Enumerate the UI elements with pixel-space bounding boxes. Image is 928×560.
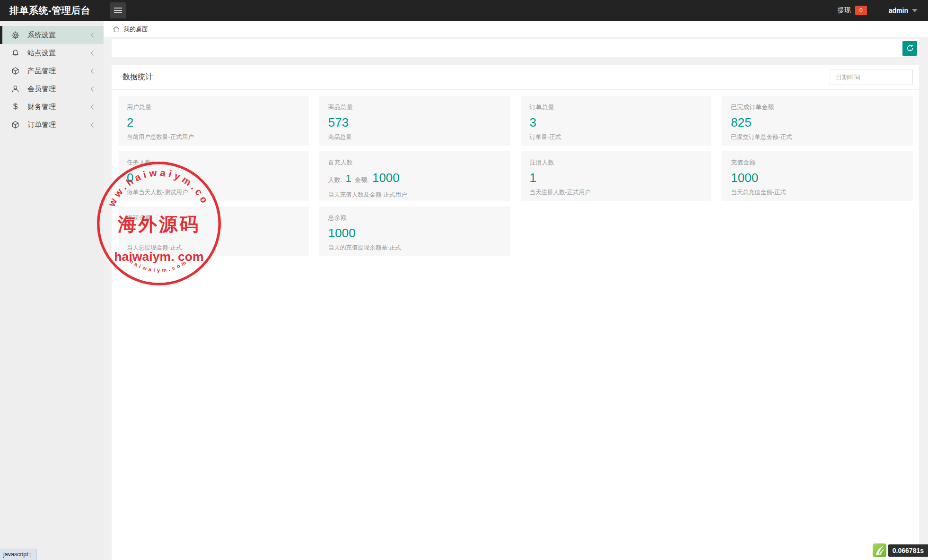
dollar-icon: $ <box>11 103 20 112</box>
card-title: 注册人数 <box>530 158 703 167</box>
sidebar-item-label: 会员管理 <box>27 85 90 94</box>
user-icon <box>11 85 20 94</box>
refresh-button[interactable] <box>902 41 917 56</box>
stat-card-orders-total: 订单总量 3 订单量-正式 <box>521 96 712 146</box>
sidebar-item-label: 订单管理 <box>27 121 90 129</box>
combo-num: 1000 <box>372 171 400 185</box>
home-icon <box>113 26 120 33</box>
sidebar-item-label: 产品管理 <box>27 67 90 76</box>
date-input[interactable] <box>830 69 913 85</box>
stat-card-withdraw-amount: 提现金额 当天总提现金额-正式 <box>118 207 309 256</box>
sidebar: 系统设置 站点设置 产品管理 <box>0 21 104 560</box>
chevron-left-icon <box>90 86 94 92</box>
card-title: 总余额 <box>328 214 501 222</box>
card-desc: 当天注册人数-正式用户 <box>530 189 703 197</box>
card-value: 2 <box>127 115 300 129</box>
card-value: 1000 <box>731 171 904 185</box>
panel-header: 数据统计 <box>112 65 919 90</box>
card-title: 任务人数 <box>127 158 300 167</box>
card-desc: 订单量-正式 <box>530 133 703 141</box>
load-time-badge: 0.066781s <box>888 544 928 557</box>
hamburger-icon <box>114 12 122 13</box>
topbar-right: 提现 0 admin <box>838 6 928 15</box>
card-title: 提现金额 <box>127 214 300 222</box>
card-title: 用户总量 <box>127 103 300 112</box>
card-value: 825 <box>731 115 904 129</box>
card-desc: 商品总量 <box>328 133 501 141</box>
stat-card-total-balance: 总余额 1000 当天的充值提现余额差-正式 <box>319 207 510 256</box>
card-desc: 当天的充值提现余额差-正式 <box>328 244 501 252</box>
chevron-left-icon <box>90 104 94 110</box>
sidebar-item-member-management[interactable]: 会员管理 <box>0 80 104 98</box>
card-value: 573 <box>328 115 501 129</box>
card-title: 首充人数 <box>328 158 501 167</box>
card-desc: 已提交订单总金额-正式 <box>731 133 904 141</box>
stat-cards-grid: 用户总量 2 当前用户总数量-正式用户 商品总量 573 商品总量 订单总量 3… <box>112 90 919 262</box>
stat-card-products-total: 商品总量 573 商品总量 <box>319 96 510 146</box>
chevron-left-icon <box>90 122 94 128</box>
page-runtime: 0.066781s <box>872 543 928 558</box>
card-desc: 当天总充值金额-正式 <box>731 189 904 197</box>
stat-card-recharge-amount: 充值金额 1000 当天总充值金额-正式 <box>722 151 913 201</box>
card-title: 订单总量 <box>530 103 703 112</box>
card-value: 3 <box>530 115 703 129</box>
stat-card-completed-order-amount: 已完成订单金额 825 已提交订单总金额-正式 <box>722 96 913 146</box>
hamburger-icon <box>114 8 122 9</box>
card-value: 1 <box>530 171 703 185</box>
app-title: 排单系统-管理后台 <box>0 4 104 17</box>
toolbar <box>112 39 919 57</box>
username: admin <box>889 7 908 14</box>
chevron-left-icon <box>90 32 94 38</box>
card-title: 充值金额 <box>731 158 904 167</box>
sidebar-item-label: 财务管理 <box>27 103 90 112</box>
cube-icon <box>11 121 20 129</box>
sidebar-item-site-settings[interactable]: 站点设置 <box>0 44 104 62</box>
sidebar-item-finance-management[interactable]: $ 财务管理 <box>0 98 104 116</box>
card-desc: 当天充值人数及金额-正式用户 <box>328 191 501 199</box>
sidebar-item-product-management[interactable]: 产品管理 <box>0 62 104 80</box>
stat-card-task-users: 任务人数 0 做单当天人数-测试用户 <box>118 151 309 201</box>
sidebar-item-label: 站点设置 <box>27 49 90 58</box>
combo-label: 金额: <box>355 176 369 183</box>
sidebar-item-system-settings[interactable]: 系统设置 <box>0 26 104 44</box>
refresh-icon <box>906 44 914 52</box>
chevron-left-icon <box>90 68 94 74</box>
card-value-combo: 人数: 1 金额: 1000 <box>328 171 501 187</box>
chevron-down-icon <box>912 9 918 12</box>
stat-card-registered-users: 注册人数 1 当天注册人数-正式用户 <box>521 151 712 201</box>
panel-title: 数据统计 <box>123 72 153 82</box>
top-bar: 排单系统-管理后台 提现 0 admin <box>0 0 928 21</box>
combo-label: 人数: <box>328 176 342 183</box>
breadcrumb-label[interactable]: 我的桌面 <box>123 25 148 34</box>
sidebar-item-label: 系统设置 <box>27 31 90 40</box>
combo-num: 1 <box>346 172 351 184</box>
withdraw-count-badge[interactable]: 0 <box>855 6 867 15</box>
breadcrumb: 我的桌面 <box>104 21 928 37</box>
hamburger-icon <box>114 10 122 11</box>
card-title: 商品总量 <box>328 103 501 112</box>
user-menu[interactable]: admin <box>889 7 918 14</box>
sidebar-item-order-management[interactable]: 订单管理 <box>0 116 104 134</box>
withdraw-link[interactable]: 提现 <box>838 6 851 15</box>
bell-icon <box>11 49 20 58</box>
card-title: 已完成订单金额 <box>731 103 904 112</box>
card-desc: 做单当天人数-测试用户 <box>127 189 300 197</box>
sidebar-toggle-button[interactable] <box>110 2 126 18</box>
card-desc: 当天总提现金额-正式 <box>127 244 300 252</box>
chevron-left-icon <box>90 50 94 56</box>
card-value: 1000 <box>328 226 501 240</box>
stat-card-users-total: 用户总量 2 当前用户总数量-正式用户 <box>118 96 309 146</box>
gear-icon <box>11 31 20 40</box>
cube-icon <box>11 67 20 76</box>
statistics-panel: 数据统计 用户总量 2 当前用户总数量-正式用户 商品总量 573 商品总量 订… <box>112 65 919 560</box>
main-content: 我的桌面 数据统计 用户总量 2 当前用户总数量-正式用户 商品总量 573 商… <box>104 21 928 560</box>
card-value: 0 <box>127 171 300 185</box>
card-desc: 当前用户总数量-正式用户 <box>127 133 300 141</box>
thinkphp-logo-icon <box>872 543 887 558</box>
link-status-tooltip: javascript:; <box>0 549 37 560</box>
card-value <box>127 226 300 240</box>
stat-card-first-charge: 首充人数 人数: 1 金额: 1000 当天充值人数及金额-正式用户 <box>319 151 510 201</box>
